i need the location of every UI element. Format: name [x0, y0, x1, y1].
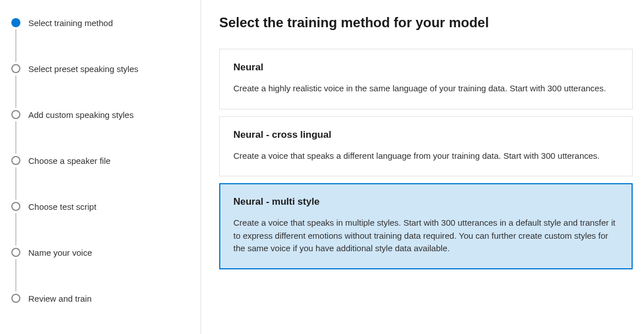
training-method-options: Neural Create a highly realistic voice i… [219, 49, 633, 269]
option-neural-multi-style[interactable]: Neural - multi style Create a voice that… [219, 183, 633, 269]
step-choose-test-script[interactable]: Choose test script [11, 200, 189, 213]
step-label: Choose test script [28, 202, 96, 212]
option-desc: Create a voice that speaks a different l… [233, 150, 619, 163]
step-name-your-voice[interactable]: Name your voice [11, 246, 189, 259]
option-neural[interactable]: Neural Create a highly realistic voice i… [219, 49, 633, 109]
option-desc: Create a highly realistic voice in the s… [233, 82, 619, 95]
step-indicator-pending-icon [11, 110, 20, 119]
step-connector [15, 213, 16, 246]
step-indicator-pending-icon [11, 248, 20, 257]
step-add-custom-speaking-styles[interactable]: Add custom speaking styles [11, 108, 189, 121]
step-select-training-method[interactable]: Select training method [11, 16, 189, 29]
main-panel: Select the training method for your mode… [201, 0, 644, 334]
option-title: Neural [233, 62, 619, 73]
option-neural-cross-lingual[interactable]: Neural - cross lingual Create a voice th… [219, 116, 633, 177]
option-desc: Create a voice that speaks in multiple s… [233, 217, 619, 255]
step-label: Choose a speaker file [28, 156, 110, 166]
step-connector [15, 121, 16, 154]
option-title: Neural - multi style [233, 196, 619, 208]
wizard-steps: Select training method Select preset spe… [11, 16, 189, 305]
wizard-sidebar: Select training method Select preset spe… [0, 0, 201, 334]
step-connector [15, 75, 16, 108]
step-review-and-train[interactable]: Review and train [11, 291, 189, 305]
step-select-preset-speaking-styles[interactable]: Select preset speaking styles [11, 62, 189, 75]
option-title: Neural - cross lingual [233, 129, 619, 141]
step-label: Select preset speaking styles [28, 64, 138, 74]
step-indicator-pending-icon [11, 156, 20, 165]
step-label: Name your voice [28, 248, 92, 257]
step-label: Add custom speaking styles [28, 110, 134, 120]
step-connector [15, 167, 16, 200]
step-connector [15, 29, 16, 62]
step-indicator-pending-icon [11, 64, 20, 73]
step-label: Review and train [28, 294, 92, 303]
step-indicator-pending-icon [11, 294, 20, 303]
step-label: Select training method [28, 18, 113, 28]
step-connector [15, 259, 16, 291]
step-indicator-pending-icon [11, 202, 20, 211]
step-choose-speaker-file[interactable]: Choose a speaker file [11, 154, 189, 167]
page-title: Select the training method for your mode… [219, 15, 633, 31]
step-indicator-active-icon [11, 18, 20, 27]
